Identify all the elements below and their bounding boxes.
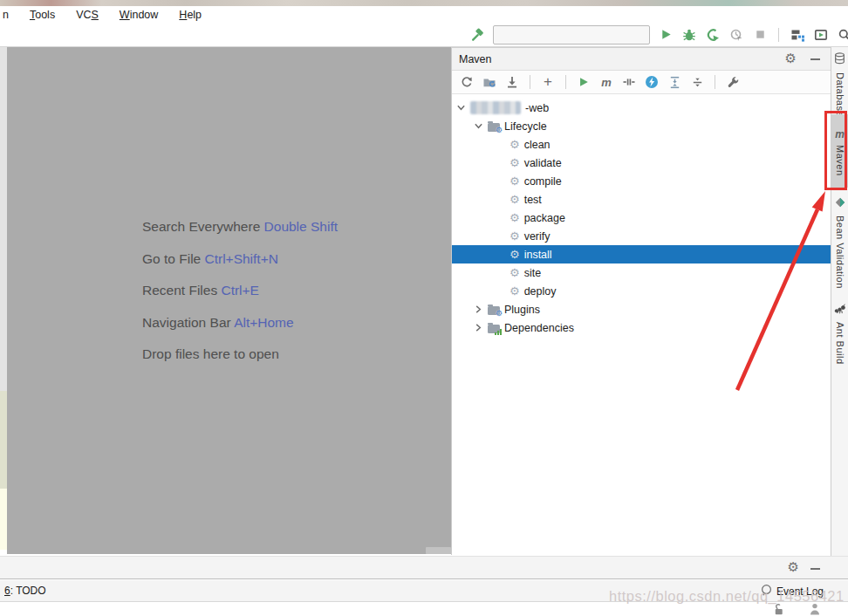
- dependencies-folder-icon: [488, 325, 500, 333]
- redacted-project-name: [470, 101, 521, 114]
- user-silhouette-icon[interactable]: [808, 602, 822, 616]
- skip-tests-icon[interactable]: [621, 74, 637, 90]
- reimport-maven-projects-icon[interactable]: [459, 74, 475, 90]
- panel-settings-gear-icon[interactable]: ⚙: [785, 52, 797, 65]
- menu-item-help[interactable]: Help: [179, 9, 202, 21]
- panel-minimize-icon[interactable]: [810, 58, 820, 60]
- chevron-right-icon[interactable]: [473, 305, 483, 315]
- database-icon: [834, 52, 845, 68]
- generate-sources-folders-icon[interactable]: [482, 74, 497, 90]
- execute-maven-goal-icon[interactable]: m: [598, 74, 614, 90]
- hint-search-everywhere: Search Everywhere Double Shift: [142, 219, 338, 235]
- unlocked-padlock-icon[interactable]: [772, 603, 785, 616]
- maven-panel-title: Maven: [459, 53, 492, 65]
- goal-gear-icon: ⚙: [509, 267, 520, 278]
- tree-goal-compile[interactable]: ⚙compile: [452, 172, 831, 190]
- panel-settings-gear-icon[interactable]: ⚙: [788, 561, 799, 574]
- tree-goal-clean[interactable]: ⚙clean: [452, 135, 831, 154]
- background-window-edge: [0, 47, 7, 391]
- goal-gear-icon: ⚙: [509, 212, 520, 223]
- stop-icon-disabled: [752, 27, 768, 43]
- bean-validation-icon: [835, 195, 845, 211]
- toolbar-separator: [715, 75, 715, 89]
- toolbar-separator: [565, 75, 566, 89]
- goal-gear-icon: ⚙: [509, 249, 520, 260]
- maven-tree: -web ⚙ Lifecycle ⚙clean ⚙validate ⚙compi…: [452, 94, 831, 337]
- maven-tool-window: Maven ⚙ + m: [451, 47, 831, 555]
- status-bar: 6: TODO Event Log: [0, 580, 848, 602]
- event-log-bubble-icon: [760, 584, 773, 599]
- tree-goal-test[interactable]: ⚙test: [452, 190, 831, 209]
- project-structure-icon[interactable]: [790, 27, 805, 43]
- editor-empty-area: Search Everywhere Double Shift Go to Fil…: [7, 47, 451, 554]
- tree-goal-validate[interactable]: ⚙validate: [452, 154, 831, 172]
- hint-navigation-bar: Navigation Bar Alt+Home: [142, 315, 338, 331]
- background-window-edge: [0, 391, 7, 489]
- bottom-panel-header: ⚙: [0, 556, 848, 579]
- menu-bar: n Tools VCS Window Help: [0, 6, 848, 23]
- maven-settings-wrench-icon[interactable]: [725, 74, 741, 90]
- menu-item-run-truncated[interactable]: n: [3, 9, 9, 21]
- todo-tool-window-button[interactable]: 6: TODO: [4, 585, 46, 597]
- run-with-coverage-icon[interactable]: [705, 27, 721, 43]
- tree-goal-package[interactable]: ⚙package: [452, 209, 831, 227]
- ant-build-icon: [834, 302, 845, 318]
- toggle-offline-mode-icon[interactable]: [644, 74, 660, 90]
- run-maven-build-icon[interactable]: [576, 74, 592, 90]
- menu-item-tools[interactable]: Tools: [30, 9, 55, 21]
- menu-item-window[interactable]: Window: [120, 9, 158, 21]
- hint-drop-files: Drop files here to open: [142, 346, 338, 362]
- annotation-highlight-rectangle: [824, 111, 847, 190]
- add-maven-project-icon[interactable]: +: [540, 74, 556, 90]
- goal-gear-icon: ⚙: [509, 194, 520, 205]
- tree-node-dependencies[interactable]: Dependencies: [452, 318, 831, 337]
- panel-minimize-icon[interactable]: [810, 568, 820, 570]
- tree-node-plugins[interactable]: ⚙ Plugins: [452, 300, 831, 318]
- chevron-down-icon[interactable]: [455, 103, 466, 113]
- main-toolbar: [0, 23, 848, 47]
- toolbar-separator: [778, 28, 779, 42]
- toolbar-separator: [530, 75, 530, 89]
- goal-gear-icon: ⚙: [509, 157, 520, 168]
- collapse-all-icon[interactable]: [689, 74, 705, 90]
- project-name-suffix: -web: [525, 102, 549, 114]
- expand-all-icon[interactable]: [667, 74, 682, 90]
- tree-root-project[interactable]: -web: [452, 99, 831, 117]
- chevron-right-icon[interactable]: [473, 323, 483, 333]
- menu-item-vcs[interactable]: VCS: [76, 9, 99, 21]
- background-window-edge: [0, 489, 7, 550]
- horizontal-scrollbar-thumb[interactable]: [426, 547, 451, 554]
- search-everywhere-icon[interactable]: [837, 27, 848, 43]
- run-anything-window-icon[interactable]: [813, 27, 829, 43]
- tree-node-lifecycle[interactable]: ⚙ Lifecycle: [452, 117, 831, 135]
- dock-tab-bean-validation[interactable]: Bean Validation: [831, 195, 848, 302]
- run-configuration-combo[interactable]: [493, 25, 650, 44]
- debug-bug-icon[interactable]: [681, 27, 697, 43]
- editor-shortcut-hints: Search Everywhere Double Shift Go to Fil…: [142, 219, 338, 379]
- event-log-button[interactable]: Event Log: [760, 584, 824, 599]
- maven-toolbar: + m: [452, 71, 831, 94]
- maven-tool-window-header: Maven ⚙: [452, 48, 831, 71]
- tree-goal-verify[interactable]: ⚙verify: [452, 227, 831, 245]
- background-window-strip: [0, 0, 848, 6]
- hint-recent-files: Recent Files Ctrl+E: [142, 283, 338, 298]
- status-bar-bottom-strip: [0, 602, 848, 616]
- goal-gear-icon: ⚙: [509, 230, 520, 242]
- profiler-icon-disabled: [728, 27, 744, 43]
- tree-goal-deploy[interactable]: ⚙deploy: [452, 282, 831, 300]
- hint-go-to-file: Go to File Ctrl+Shift+N: [142, 251, 338, 267]
- build-hammer-icon[interactable]: [469, 27, 485, 43]
- goal-gear-icon: ⚙: [509, 285, 520, 297]
- run-icon[interactable]: [658, 27, 674, 43]
- download-sources-icon[interactable]: [504, 74, 520, 90]
- plugins-folder-icon: ⚙: [488, 306, 500, 315]
- chevron-down-icon[interactable]: [473, 121, 483, 132]
- goal-gear-icon: ⚙: [509, 139, 520, 150]
- dock-tab-ant-build[interactable]: Ant Build: [831, 302, 848, 398]
- tree-goal-install-selected[interactable]: ⚙install: [452, 245, 831, 264]
- lifecycle-folder-icon: ⚙: [488, 123, 500, 132]
- tree-goal-site[interactable]: ⚙site: [452, 264, 831, 282]
- goal-gear-icon: ⚙: [509, 175, 520, 187]
